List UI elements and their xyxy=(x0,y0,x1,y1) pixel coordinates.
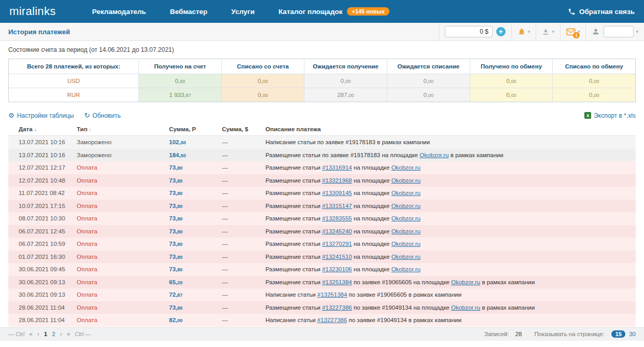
nav-advertiser[interactable]: Рекламодатель xyxy=(92,8,146,16)
pagination-next[interactable]: › xyxy=(60,330,62,338)
cell-description: Написание статьи #13251384 по заявке #19… xyxy=(265,290,636,299)
description-link[interactable]: #13251384 xyxy=(322,279,352,285)
pagination-ctrl-left: — Ctrl xyxy=(8,331,24,337)
amount-value: 73,80 xyxy=(169,266,183,272)
cell-description: Размещение статьи #13321968 на площадке … xyxy=(265,176,636,185)
amount-decimals: 00 xyxy=(263,93,268,98)
cell-sum-rub: 73,80 xyxy=(169,227,222,235)
cell-description: Размещение статьи #13245240 на площадке … xyxy=(265,227,636,235)
cell-sum-rub: 73,80 xyxy=(169,163,222,172)
pagination: — Ctrl«‹12›»Ctrl — xyxy=(8,330,91,338)
description-link[interactable]: Okobzor.ru xyxy=(391,228,421,234)
notifications-button[interactable]: ▾ xyxy=(511,23,536,40)
balance-input[interactable]: 0 $ xyxy=(445,26,493,37)
sort-both-icon: ↕ xyxy=(89,127,92,132)
header-date-label: Дата xyxy=(19,126,33,132)
cell-sum-usd: — xyxy=(222,138,265,146)
cell-sum-rub: 73,80 xyxy=(169,265,222,273)
pagination-first[interactable]: « xyxy=(29,330,33,338)
export-xls-button[interactable]: X Экспорт в *.xls xyxy=(584,112,636,119)
description-link[interactable]: Okobzor.ru xyxy=(391,164,421,171)
per-page-label: Показывать на странице: xyxy=(535,331,605,337)
description-link[interactable]: #13270291 xyxy=(322,241,352,247)
description-link[interactable]: Okobzor.ru xyxy=(391,266,421,272)
refresh-button[interactable]: ↻ Обновить xyxy=(84,112,120,119)
description-link[interactable]: #13251384 xyxy=(317,292,347,298)
cell-sum-usd: — xyxy=(222,151,265,159)
amount-decimals: 50 xyxy=(180,153,186,158)
table-row: 10.07.2021 17:15Оплата73,80—Размещение с… xyxy=(8,200,636,213)
description-link[interactable]: Okobzor.ru xyxy=(391,177,421,184)
pagination-prev[interactable]: ‹ xyxy=(37,330,39,338)
cell-sum-usd: — xyxy=(222,214,265,223)
cell-sum-usd: — xyxy=(222,176,265,185)
feedback-link[interactable]: Обратная связь xyxy=(568,8,635,16)
description-link[interactable]: #13245240 xyxy=(322,228,352,234)
user-dropdown-box[interactable] xyxy=(604,26,634,37)
table-row: 12.07.2021 10:48Оплата73,80—Размещение с… xyxy=(8,174,636,187)
cell-description: Размещение статьи #13270291 на площадке … xyxy=(265,240,636,248)
page-size-option[interactable]: 30 xyxy=(629,331,636,337)
pagination-last[interactable]: » xyxy=(67,330,71,338)
amount-decimals: 00 xyxy=(511,79,516,84)
logo[interactable]: miralinks xyxy=(9,5,56,18)
downloads-button[interactable]: ▾ xyxy=(536,23,560,40)
cell-date: 01.07.2021 16:30 xyxy=(19,253,77,261)
cell-sum-rub: 102,50 xyxy=(169,138,222,146)
currency-label: USD xyxy=(9,74,138,88)
page-size-options: 1530 xyxy=(611,330,636,338)
amount-value: 65,20 xyxy=(169,279,183,285)
cell-sum-rub: 82,00 xyxy=(169,316,222,324)
table-row: 28.06.2021 11:04Оплата82,00—Написание ст… xyxy=(8,314,636,327)
amount-value: 73,80 xyxy=(169,254,183,260)
description-link[interactable]: Okobzor.ru xyxy=(391,241,421,247)
header-date[interactable]: Дата↓ xyxy=(19,125,77,133)
description-link[interactable]: Okobzor.ru xyxy=(451,279,480,285)
page-size-option[interactable]: 15 xyxy=(611,330,625,338)
currency-label: RUR xyxy=(9,88,138,102)
header-type[interactable]: Тип↕ xyxy=(77,125,169,133)
cell-date: 06.07.2021 12:45 xyxy=(19,227,77,235)
description-link[interactable]: Okobzor.ru xyxy=(391,190,421,196)
table-row: 30.06.2021 09:13Оплата72,87—Написание ст… xyxy=(8,288,636,301)
pagination-page[interactable]: 2 xyxy=(52,331,55,337)
summary-table: Всего 28 платежей, из которых:Получено н… xyxy=(8,59,636,102)
description-link[interactable]: #13316914 xyxy=(322,164,352,171)
cell-date: 08.07.2021 10:30 xyxy=(19,214,77,223)
table-settings-button[interactable]: ⚙ Настройки таблицы xyxy=(8,112,74,119)
cell-sum-rub: 73,80 xyxy=(169,202,222,210)
amount-value: 73,80 xyxy=(169,215,183,221)
description-link[interactable]: #13321968 xyxy=(322,177,352,184)
description-link[interactable]: Okobzor.ru xyxy=(391,203,421,209)
amount-value: 73,80 xyxy=(169,304,183,311)
nav-catalog[interactable]: Каталог площадок +145 новых xyxy=(278,7,389,16)
description-link[interactable]: Okobzor.ru xyxy=(391,215,421,221)
description-link[interactable]: #13227386 xyxy=(317,317,347,323)
pagination-page[interactable]: 1 xyxy=(44,331,47,337)
amount-decimals: 80 xyxy=(177,216,183,221)
cell-type: Оплата xyxy=(77,240,169,248)
cell-sum-usd: — xyxy=(222,278,265,286)
user-menu-button[interactable]: ▾ xyxy=(585,23,644,40)
cell-description: Размещение статьи #13241510 на площадке … xyxy=(265,253,636,261)
messages-button[interactable]: 1 ▾ xyxy=(560,23,586,40)
description-link[interactable]: #13241510 xyxy=(322,254,352,260)
description-link[interactable]: #13315147 xyxy=(322,203,352,209)
description-link[interactable]: #13309145 xyxy=(322,190,352,196)
nav-services[interactable]: Услуги xyxy=(231,8,255,16)
description-link[interactable]: #13227386 xyxy=(322,304,352,311)
nav-webmaster[interactable]: Вебмастер xyxy=(170,8,207,16)
amount-decimals: 00 xyxy=(594,93,599,98)
header-sum-usd: Сумма, $ xyxy=(222,125,265,133)
amount-decimals: 80 xyxy=(177,178,183,184)
amount-value: — xyxy=(222,254,228,260)
description-link[interactable]: Okobzor.ru xyxy=(419,152,449,158)
phone-icon xyxy=(568,8,576,16)
add-funds-button[interactable]: + xyxy=(496,27,506,36)
description-link[interactable]: Okobzor.ru xyxy=(451,304,480,311)
table-row: 11.07.2021 08:42Оплата73,80—Размещение с… xyxy=(8,187,636,200)
description-link[interactable]: #13230106 xyxy=(322,266,352,272)
description-link[interactable]: #13283555 xyxy=(322,215,352,221)
footer-right: Записей: 28 Показывать на странице: 1530 xyxy=(484,330,636,338)
description-link[interactable]: Okobzor.ru xyxy=(391,254,421,260)
